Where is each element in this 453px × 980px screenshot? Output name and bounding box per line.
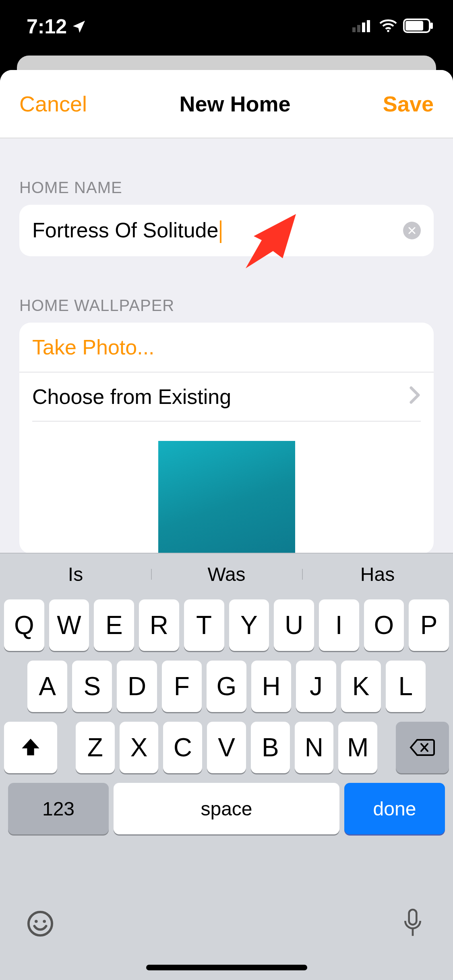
key-row-bottom: 123 space done [4,783,449,834]
emoji-icon [26,910,54,938]
key-w[interactable]: W [49,599,89,651]
status-time: 7:12 [27,15,67,38]
take-photo-row[interactable]: Take Photo... [19,323,434,372]
key-d[interactable]: D [117,661,157,712]
key-l[interactable]: L [386,661,426,712]
svg-point-9 [29,912,52,935]
shift-key[interactable] [4,722,57,773]
svg-rect-1 [357,25,360,32]
wallpaper-preview-image[interactable] [158,441,295,554]
backspace-key[interactable] [396,722,449,773]
suggestion-bar: Is Was Has [0,554,453,595]
text-caret [220,220,221,243]
microphone-icon [401,908,424,940]
svg-point-4 [387,30,389,32]
choose-existing-row[interactable]: Choose from Existing [19,372,434,421]
take-photo-label: Take Photo... [32,335,155,359]
key-g[interactable]: G [207,661,246,712]
key-h[interactable]: H [251,661,291,712]
choose-existing-label: Choose from Existing [32,385,231,409]
home-name-input-card[interactable]: Fortress Of Solitude [19,205,434,256]
backspace-icon [409,738,436,757]
key-n[interactable]: N [295,722,334,773]
svg-point-11 [43,920,46,923]
location-arrow-icon [72,15,86,38]
home-wallpaper-section-header: HOME WALLPAPER [0,256,453,323]
key-z[interactable]: Z [76,722,115,773]
key-y[interactable]: Y [229,599,269,651]
clear-x-icon [407,226,417,235]
new-home-sheet: Cancel New Home Save HOME NAME Fortress … [0,70,453,980]
page-title: New Home [179,91,290,116]
dictation-button[interactable] [397,908,429,940]
cancel-button[interactable]: Cancel [19,91,87,116]
key-i[interactable]: I [319,599,359,651]
key-q[interactable]: Q [4,599,44,651]
home-indicator[interactable] [146,965,307,970]
key-x[interactable]: X [120,722,159,773]
key-p[interactable]: P [409,599,449,651]
key-f[interactable]: F [162,661,202,712]
nav-bar: Cancel New Home Save [0,70,453,138]
wallpaper-options-card: Take Photo... Choose from Existing [19,323,434,554]
svg-rect-2 [362,23,365,32]
key-a[interactable]: A [27,661,67,712]
key-m[interactable]: M [338,722,377,773]
status-right [352,19,434,35]
home-name-section-header: HOME NAME [0,138,453,205]
key-e[interactable]: E [94,599,134,651]
svg-rect-3 [367,20,370,32]
key-k[interactable]: K [341,661,381,712]
clear-text-button[interactable] [403,222,421,239]
key-o[interactable]: O [364,599,404,651]
home-name-value: Fortress Of Solitude [32,218,218,242]
save-button[interactable]: Save [383,91,434,116]
svg-rect-7 [430,23,433,29]
suggestion-0[interactable]: Is [0,563,151,585]
key-row-1: Q W E R T Y U I O P [4,599,449,651]
svg-point-10 [35,920,38,923]
key-b[interactable]: B [251,722,290,773]
home-name-input[interactable]: Fortress Of Solitude [32,218,403,243]
key-u[interactable]: U [274,599,314,651]
key-s[interactable]: S [72,661,112,712]
key-row-2: A S D F G H J K L [4,661,449,712]
key-r[interactable]: R [139,599,179,651]
modal-sheet-stack: Cancel New Home Save HOME NAME Fortress … [0,56,453,980]
wifi-icon [378,19,398,35]
svg-rect-12 [409,910,417,924]
suggestion-2[interactable]: Has [302,563,453,585]
shift-icon [20,737,41,758]
status-left: 7:12 [27,15,86,38]
key-t[interactable]: T [184,599,224,651]
svg-rect-6 [405,21,423,31]
key-rows: Q W E R T Y U I O P A S D F G [0,595,453,834]
emoji-button[interactable] [24,908,56,940]
space-key[interactable]: space [114,783,339,834]
battery-icon [403,19,434,35]
done-key[interactable]: done [344,783,445,834]
chevron-right-icon [410,385,421,409]
cellular-signal-icon [352,19,373,34]
keyboard: Is Was Has Q W E R T Y U I O P [0,553,453,980]
key-j[interactable]: J [296,661,336,712]
numeric-switch-key[interactable]: 123 [8,783,109,834]
suggestion-1[interactable]: Was [151,563,302,585]
status-bar: 7:12 [0,0,453,53]
svg-rect-0 [352,27,356,32]
row-separator [32,421,421,422]
key-c[interactable]: C [163,722,202,773]
key-v[interactable]: V [207,722,246,773]
key-row-3: Z X C V B N M [4,722,449,773]
